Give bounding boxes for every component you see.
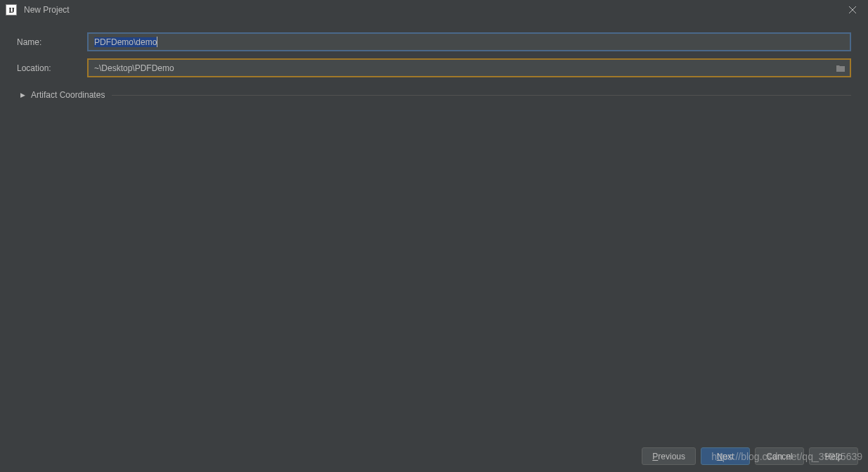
chevron-right-icon: ▶ xyxy=(20,91,25,98)
browse-folder-button[interactable] xyxy=(836,64,846,72)
window-title: New Project xyxy=(24,5,70,15)
folder-icon xyxy=(836,64,846,72)
name-input-wrapper: PDFDemo\demo xyxy=(87,32,851,51)
previous-button[interactable]: Previous xyxy=(642,447,696,465)
text-caret xyxy=(157,37,157,47)
location-input-value: ~\Desktop\PDFDemo xyxy=(94,63,174,73)
name-row: Name: PDFDemo\demo xyxy=(17,32,851,51)
section-divider xyxy=(112,95,851,96)
name-label: Name: xyxy=(17,37,87,47)
location-row: Location: ~\Desktop\PDFDemo xyxy=(17,58,851,77)
name-input-value: PDFDemo\demo xyxy=(94,37,157,47)
next-button[interactable]: Next xyxy=(701,447,750,465)
app-icon xyxy=(6,4,17,15)
cancel-button[interactable]: Cancel xyxy=(755,447,804,465)
dialog-content: Name: PDFDemo\demo Location: ~\Desktop\P… xyxy=(0,20,868,106)
close-button[interactable] xyxy=(836,0,868,20)
location-input[interactable]: ~\Desktop\PDFDemo xyxy=(87,58,851,77)
help-button[interactable]: Help xyxy=(809,447,858,465)
artifact-coordinates-label: Artifact Coordinates xyxy=(31,90,105,100)
dialog-button-bar: Previous Next Cancel Help xyxy=(0,440,868,472)
location-input-wrapper: ~\Desktop\PDFDemo xyxy=(87,58,851,77)
name-input[interactable]: PDFDemo\demo xyxy=(87,32,851,51)
close-icon xyxy=(848,6,857,14)
window-titlebar: New Project xyxy=(0,0,868,20)
artifact-coordinates-section[interactable]: ▶ Artifact Coordinates xyxy=(20,84,851,106)
location-label: Location: xyxy=(17,63,87,73)
